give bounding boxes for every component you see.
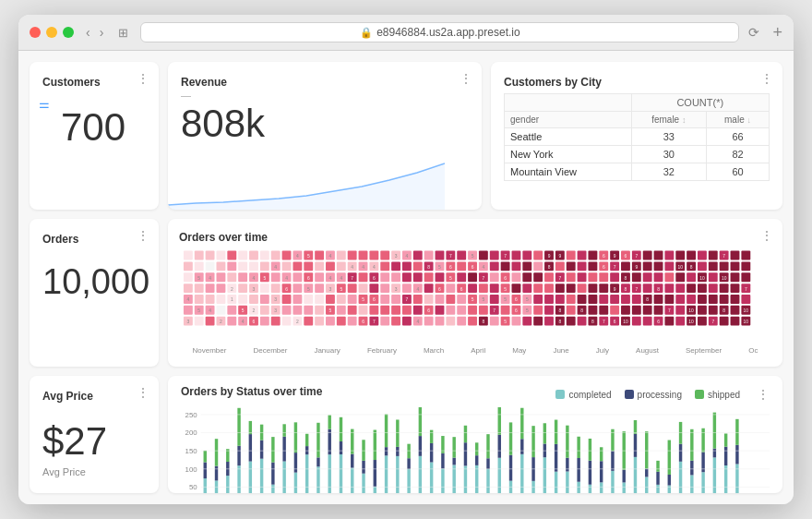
customers-menu[interactable]: ⋮ <box>137 71 149 86</box>
heatmap-cell <box>501 261 510 271</box>
heatmap-cell-value: 6 <box>515 297 518 302</box>
heatmap-cell <box>567 306 576 315</box>
heatmap-cell-value: 6 <box>625 254 627 259</box>
heatmap-cell <box>687 295 696 304</box>
heatmap-cell <box>413 251 423 260</box>
bar-shipped <box>271 437 274 463</box>
heatmap-cell <box>369 306 378 315</box>
bar-processing <box>520 439 523 454</box>
bar-shipped <box>249 421 252 434</box>
bar-shipped <box>316 423 319 458</box>
heatmap-cell <box>369 251 378 260</box>
address-bar[interactable]: 🔒 e8946884.us2a.app.preset.io <box>140 22 739 42</box>
filter-icon[interactable]: ⚌ <box>39 97 50 111</box>
bar-completed <box>385 455 388 493</box>
heatmap-cell <box>227 251 236 260</box>
bar-shipped <box>204 451 207 463</box>
month-sep: September <box>686 346 722 355</box>
customers-by-city-title: Customers by City <box>504 76 602 89</box>
heatmap-cell <box>446 306 455 315</box>
heatmap-cell <box>238 251 247 260</box>
heatmap-cell <box>446 295 455 304</box>
city-seattle: Seattle <box>505 128 632 146</box>
bar-completed <box>271 485 274 493</box>
heatmap-cell <box>654 295 663 304</box>
heatmap-cell-value: 9 <box>558 254 561 259</box>
heatmap-cell <box>588 306 597 315</box>
heatmap-cell <box>391 272 400 282</box>
heatmap-cell-value: 8 <box>427 265 430 270</box>
bar-completed <box>260 459 263 493</box>
revenue-value: 808k <box>181 103 469 145</box>
heatmap-cell <box>271 317 281 326</box>
processing-label: processing <box>638 390 682 400</box>
new-tab-button[interactable]: + <box>772 23 782 42</box>
bar-completed <box>623 482 626 493</box>
back-button[interactable]: ‹ <box>83 25 93 40</box>
heatmap-cell <box>698 317 707 326</box>
heatmap-cell <box>567 261 576 271</box>
traffic-lights <box>30 27 74 38</box>
bar-processing <box>668 475 671 486</box>
bar-processing <box>464 442 467 465</box>
heatmap-cell <box>380 251 389 260</box>
heatmap-cell-value: 5 <box>329 308 332 313</box>
bar-completed <box>430 463 433 493</box>
avg-price-title: Avg Price <box>42 390 93 403</box>
grid-button[interactable]: ⊞ <box>115 26 131 40</box>
avg-price-menu[interactable]: ⋮ <box>137 385 149 400</box>
bar-completed <box>316 466 319 493</box>
month-mar: March <box>424 346 444 355</box>
bar-shipped <box>340 417 342 441</box>
bar-processing <box>441 453 444 469</box>
month-may: May <box>512 346 526 355</box>
bar-shipped <box>555 420 557 444</box>
forward-button[interactable]: › <box>97 25 107 40</box>
heatmap-cell-value: 9 <box>614 254 616 259</box>
heatmap-cell-value: 4 <box>253 276 256 281</box>
close-button[interactable] <box>30 27 41 38</box>
heatmap-cell-value: 4 <box>406 254 409 259</box>
heatmap-cell-value: 7 <box>558 276 561 281</box>
heatmap-cell <box>599 272 608 282</box>
customers-by-city-menu[interactable]: ⋮ <box>760 71 773 86</box>
minimize-button[interactable] <box>46 27 57 38</box>
legend-completed: completed <box>555 390 611 400</box>
heatmap-cell-value: 10 <box>744 308 749 313</box>
bar-shipped <box>475 442 478 455</box>
heatmap-cell <box>490 272 499 282</box>
bar-completed <box>237 465 240 493</box>
bar-processing <box>271 463 274 485</box>
orders-menu[interactable]: ⋮ <box>137 228 149 243</box>
heatmap-cell-value: 9 <box>614 287 616 292</box>
heatmap-cell <box>720 295 729 304</box>
bar-completed <box>701 472 704 493</box>
maximize-button[interactable] <box>63 27 74 38</box>
heatmap-cell-value: 4 <box>340 276 342 281</box>
heatmap-cell <box>457 272 466 282</box>
heatmap-cell-value: 8 <box>483 320 485 324</box>
revenue-menu[interactable]: ⋮ <box>460 71 472 86</box>
orders-by-status-menu[interactable]: ⋮ <box>757 387 770 402</box>
heatmap-cell <box>391 295 400 304</box>
heatmap-cell <box>731 306 740 315</box>
bar-shipped <box>600 447 603 461</box>
heatmap-cell <box>479 251 488 260</box>
heatmap-cell <box>293 295 302 304</box>
heatmap-cell <box>359 284 368 293</box>
orders-over-time-menu[interactable]: ⋮ <box>760 228 773 243</box>
heatmap-cell <box>522 317 531 326</box>
heatmap-cell <box>533 284 543 293</box>
refresh-button[interactable]: ⟳ <box>748 25 759 40</box>
heatmap-cell-value: 4 <box>209 276 211 281</box>
heatmap-cell <box>227 272 236 282</box>
table-row: Seattle 33 66 <box>505 128 770 146</box>
orders-title: Orders <box>42 233 78 246</box>
heatmap-cell-value: 7 <box>493 308 496 313</box>
heatmap-cell <box>578 251 587 260</box>
heatmap-cell <box>271 284 281 293</box>
heatmap-cell <box>249 251 258 260</box>
heatmap-cell <box>643 317 652 326</box>
bar-shipped <box>374 430 376 460</box>
y-label-200: 200 <box>185 428 198 437</box>
